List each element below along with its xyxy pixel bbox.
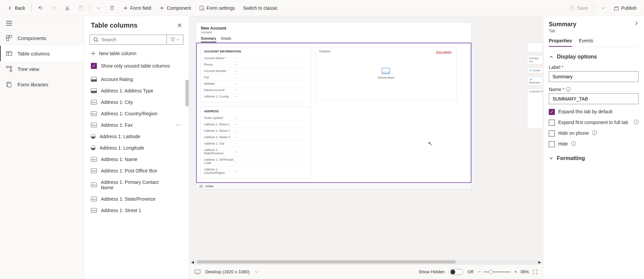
form-field-row[interactable]: Address 1: Street 2--- — [204, 128, 308, 134]
column-item[interactable]: Address 1: Address Type⋯ — [84, 85, 189, 96]
primary-contact-box[interactable]: Primary Co — [527, 55, 543, 65]
section-address[interactable]: ADDRESS Ticker Symbol---Address 1: Stree… — [200, 107, 311, 179]
fit-icon[interactable] — [532, 269, 538, 275]
redo-button[interactable] — [48, 3, 60, 13]
form-field-row[interactable]: Address 1: County--- — [204, 93, 308, 99]
search-input-wrapper[interactable] — [90, 35, 167, 45]
form-tab-summary[interactable]: Summary — [201, 37, 216, 42]
tab-properties[interactable]: Properties — [549, 38, 572, 47]
form-field-row[interactable]: Address 1: State/Province--- — [204, 147, 308, 157]
text-type-icon: Abc — [91, 123, 97, 127]
component-button[interactable]: Component — [156, 3, 194, 13]
column-item[interactable]: Address 1: Latitude⋯ — [84, 131, 189, 142]
delete-button[interactable] — [106, 3, 118, 13]
form-tab-details[interactable]: Details — [221, 37, 231, 42]
info-icon[interactable]: i — [571, 141, 576, 146]
undo-icon — [38, 5, 43, 11]
rail-tree-view[interactable]: Tree view — [0, 61, 84, 77]
globe-icon — [91, 134, 96, 139]
column-item[interactable]: AbcAddress 1: Name⋯ — [84, 154, 189, 165]
form-field-row[interactable]: Address 1: City--- — [204, 141, 308, 147]
form-field-row[interactable]: Ticker Symbol--- — [204, 115, 308, 121]
chevron-down-icon — [176, 38, 180, 41]
field-value: --- — [234, 150, 237, 153]
form-field-row[interactable]: Address 1: Country/Region--- — [204, 166, 308, 176]
column-item[interactable]: AbcAddress 1: Country/Region⋯ — [84, 108, 189, 119]
show-only-unused-check[interactable]: ✓ Show only unused table columns — [84, 59, 189, 74]
panel-close-button[interactable]: ✕ — [177, 22, 182, 29]
column-item[interactable]: AbcAddress 1: Post Office Box⋯ — [84, 165, 189, 176]
rail-form-libraries[interactable]: Form libraries — [0, 77, 84, 92]
form-field-row[interactable]: Parent Account--- — [204, 87, 308, 93]
zoom-slider[interactable] — [484, 272, 511, 272]
expand-panel-icon[interactable] — [634, 21, 639, 26]
label-input[interactable] — [549, 71, 639, 82]
form-field-row[interactable]: Phone--- — [204, 62, 308, 68]
form-field-row[interactable]: Website--- — [204, 81, 308, 87]
hide-check[interactable]: Hide i — [549, 141, 639, 147]
save-button[interactable]: Save — [566, 3, 591, 13]
display-options-header[interactable]: Display options — [549, 52, 639, 61]
chevron-down-icon[interactable] — [254, 270, 258, 274]
search-input[interactable] — [101, 37, 163, 42]
switch-classic-button[interactable]: Switch to classic — [240, 3, 281, 13]
contacts-box[interactable]: CONTACTS — [527, 88, 543, 129]
scrollbar-thumb[interactable] — [185, 80, 189, 107]
form-field-row[interactable]: Address 1: ZIP/Postal Code--- — [204, 157, 308, 166]
form-canvas: New Account Account Summary Details ACCO… — [189, 16, 543, 279]
error-loading-link[interactable]: Error loading — [436, 50, 452, 53]
back-button[interactable]: Back — [4, 3, 29, 13]
column-item[interactable]: AbcAddress 1: Fax⋯ — [84, 119, 189, 131]
name-input[interactable] — [549, 93, 639, 104]
form-field-button[interactable]: Form field — [119, 3, 154, 13]
more-icon[interactable]: ⋯ — [175, 122, 182, 128]
text-type-icon: Abc — [91, 111, 97, 116]
publish-button[interactable]: Publish — [610, 3, 640, 13]
paste-dropdown[interactable] — [93, 3, 105, 13]
expand-default-check[interactable]: ✓ Expand this tab by default — [549, 109, 639, 115]
zoom-in-button[interactable]: + — [514, 269, 517, 274]
column-item[interactable]: AbcAddress 1: City⋯ — [84, 96, 189, 108]
form-field-row[interactable]: Address 1: Street 3--- — [204, 134, 308, 141]
paste-button[interactable] — [75, 3, 87, 13]
column-item[interactable]: AbcAddress 1: Primary Contact Name⋯ — [84, 176, 189, 193]
horizontal-scrollbar[interactable]: ◂ ▸ — [189, 260, 543, 264]
cut-button[interactable] — [61, 3, 73, 13]
undo-button[interactable] — [34, 3, 46, 13]
column-item[interactable]: AbcAddress 1: Street 1⋯ — [84, 205, 189, 216]
formatting-header[interactable]: Formatting — [549, 154, 639, 163]
hide-phone-check[interactable]: Hide on phone i — [549, 130, 639, 136]
back-label: Back — [15, 5, 25, 11]
section-account-info[interactable]: ACCOUNT INFORMATION Account Name*---Phon… — [200, 47, 311, 103]
info-icon[interactable]: i — [634, 120, 639, 124]
column-item[interactable]: Account Rating⋯ — [84, 74, 189, 85]
hamburger-button[interactable] — [0, 16, 84, 30]
rail-components[interactable]: Components — [0, 30, 84, 46]
info-icon[interactable]: i — [566, 87, 571, 92]
form-preview[interactable]: New Account Account Summary Details ACCO… — [196, 22, 472, 190]
info-icon[interactable]: i — [592, 130, 597, 135]
filter-button[interactable] — [167, 35, 183, 45]
zoom-out-button[interactable]: − — [478, 269, 481, 274]
tab-events[interactable]: Events — [579, 38, 593, 47]
hscroll-thumb[interactable] — [197, 260, 456, 264]
form-settings-button[interactable]: Form settings — [196, 3, 239, 13]
column-item[interactable]: Address 1: Longitude⋯ — [84, 142, 189, 154]
device-label[interactable]: Desktop (1920 x 1080) — [205, 269, 250, 274]
column-item[interactable]: AbcAddress 1: State/Province⋯ — [84, 193, 189, 205]
form-field-row[interactable]: Address 1: Street 1--- — [204, 121, 308, 128]
business-box[interactable]: 📧 Business — [527, 76, 543, 86]
rail-table-columns[interactable]: Table columns — [0, 46, 84, 61]
field-value: --- — [234, 135, 237, 139]
timeline-section[interactable]: Timeline Error loading Almost there — [315, 47, 457, 101]
rail-label: Table columns — [17, 51, 50, 56]
form-field-row[interactable]: Account Name*--- — [204, 55, 308, 62]
form-field-row[interactable]: Account Number--- — [204, 68, 308, 74]
show-hidden-toggle[interactable] — [450, 269, 463, 275]
expand-first-check[interactable]: Expand first component to full tab i — [549, 120, 639, 126]
email-box[interactable]: 📧 Email — [527, 67, 543, 74]
save-dropdown[interactable] — [597, 3, 609, 13]
column-list[interactable]: Account Rating⋯Address 1: Address Type⋯A… — [84, 74, 189, 279]
form-field-row[interactable]: Fax--- — [204, 74, 308, 81]
new-table-column-button[interactable]: New table column — [84, 47, 189, 59]
